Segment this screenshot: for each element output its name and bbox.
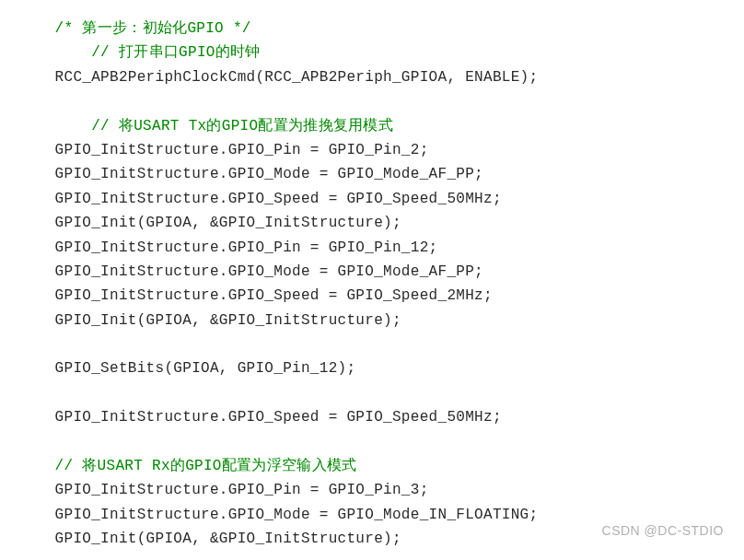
code-line: RCC_APB2PeriphClockCmd(RCC_APB2Periph_GP…: [18, 65, 726, 89]
code-comment: // 将USART Tx的GPIO配置为推挽复用模式: [91, 118, 393, 134]
code-line: GPIO_Init(GPIOA, &GPIO_InitStructure);: [18, 309, 726, 332]
code-line: GPIO_InitStructure.GPIO_Speed = GPIO_Spe…: [18, 405, 726, 429]
code-line: [18, 381, 726, 405]
code-text: GPIO_InitStructure.GPIO_Speed = GPIO_Spe…: [55, 409, 502, 426]
code-text: GPIO_InitStructure.GPIO_Speed = GPIO_Spe…: [55, 287, 493, 304]
code-line: GPIO_InitStructure.GPIO_Speed = GPIO_Spe…: [18, 187, 726, 211]
code-line: GPIO_Init(GPIOA, &GPIO_InitStructure);: [18, 211, 726, 235]
code-text: GPIO_SetBits(GPIOA, GPIO_Pin_12);: [55, 360, 356, 377]
code-text: GPIO_Init(GPIOA, &GPIO_InitStructure);: [55, 531, 401, 547]
code-line: GPIO_InitStructure.GPIO_Mode = GPIO_Mode…: [18, 162, 726, 186]
code-line: [18, 430, 726, 454]
code-line: // 将USART Tx的GPIO配置为推挽复用模式: [18, 114, 726, 138]
code-line: GPIO_InitStructure.GPIO_Pin = GPIO_Pin_3…: [18, 478, 726, 502]
code-text: GPIO_InitStructure.GPIO_Pin = GPIO_Pin_1…: [55, 239, 438, 256]
code-line: [18, 89, 726, 113]
code-comment: // 打开串口GPIO的时钟: [91, 44, 260, 61]
code-text: GPIO_InitStructure.GPIO_Pin = GPIO_Pin_3…: [55, 482, 429, 498]
code-text: GPIO_InitStructure.GPIO_Speed = GPIO_Spe…: [55, 191, 502, 207]
code-line: [18, 332, 726, 356]
code-text: GPIO_Init(GPIOA, &GPIO_InitStructure);: [55, 312, 401, 329]
code-line: GPIO_InitStructure.GPIO_Pin = GPIO_Pin_1…: [18, 236, 726, 260]
code-line: /* 第一步：初始化GPIO */: [18, 17, 726, 41]
code-text: GPIO_InitStructure.GPIO_Mode = GPIO_Mode…: [55, 507, 539, 523]
code-line: GPIO_InitStructure.GPIO_Mode = GPIO_Mode…: [18, 503, 726, 527]
code-line: GPIO_Init(GPIOA, &GPIO_InitStructure);: [18, 527, 726, 551]
code-snippet: /* 第一步：初始化GPIO */ // 打开串口GPIO的时钟 RCC_APB…: [18, 17, 726, 552]
code-line: // 将USART Rx的GPIO配置为浮空输入模式: [18, 454, 726, 478]
code-comment: // 将USART Rx的GPIO配置为浮空输入模式: [55, 458, 357, 474]
code-comment: /* 第一步：初始化GPIO */: [55, 20, 251, 37]
code-line: GPIO_SetBits(GPIOA, GPIO_Pin_12);: [18, 356, 726, 380]
code-text: GPIO_Init(GPIOA, &GPIO_InitStructure);: [55, 215, 401, 231]
code-text: GPIO_InitStructure.GPIO_Mode = GPIO_Mode…: [55, 263, 483, 280]
code-line: // 打开串口GPIO的时钟: [18, 41, 726, 64]
code-text: GPIO_InitStructure.GPIO_Pin = GPIO_Pin_2…: [55, 142, 429, 158]
code-text: GPIO_InitStructure.GPIO_Mode = GPIO_Mode…: [55, 166, 483, 182]
code-line: GPIO_InitStructure.GPIO_Mode = GPIO_Mode…: [18, 260, 726, 284]
code-text: RCC_APB2PeriphClockCmd(RCC_APB2Periph_GP…: [55, 69, 539, 86]
code-line: GPIO_InitStructure.GPIO_Speed = GPIO_Spe…: [18, 284, 726, 308]
code-line: GPIO_InitStructure.GPIO_Pin = GPIO_Pin_2…: [18, 138, 726, 162]
